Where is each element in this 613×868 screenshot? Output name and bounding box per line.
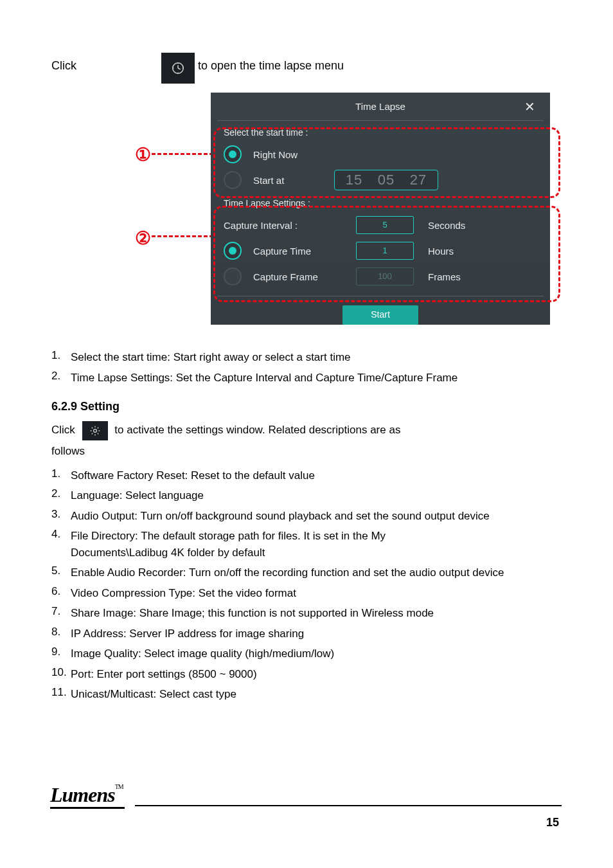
list-text: Select the start time: Start right away … [71,349,562,366]
list-item: 5.Enable Audio Recorder: Turn on/off the… [51,565,562,581]
list-number: 4. [51,528,71,561]
radio-start-at[interactable] [224,171,242,189]
capture-interval-unit: Seconds [428,220,479,231]
list-text: Share Image: Share Image; this function … [71,605,562,622]
clock-icon [171,61,185,75]
intro-follows: follows [51,443,562,460]
time-lapse-dialog: Time Lapse ✕ Select the start time : Rig… [211,93,550,325]
click-word: Click [51,424,75,436]
list-number: 1. [51,349,71,366]
list-text: IP Address: Server IP address for image … [71,626,562,642]
start-time-input[interactable]: 15 05 27 [334,170,438,190]
svg-point-5 [178,73,179,73]
capture-interval-input[interactable]: 5 [356,216,414,234]
clock-icon-button[interactable] [161,53,195,84]
svg-line-2 [178,68,181,69]
time-mm: 05 [372,172,400,188]
page-number: 15 [546,816,559,829]
list-text: Time Lapse Settings: Set the Capture Int… [71,370,562,386]
list-number: 11. [51,686,71,703]
list-item: 11.Unicast/Multicast: Select cast type [51,686,562,703]
dialog-title: Time Lapse [355,101,405,112]
dialog-wrapper: ① ② Time Lapse ✕ Select the start time :… [148,93,550,325]
list-number: 2. [51,370,71,386]
svg-line-13 [97,433,98,435]
list-item: 7.Share Image: Share Image; this functio… [51,605,562,622]
list-number: 7. [51,605,71,622]
list-number: 1. [51,467,71,484]
svg-line-12 [91,428,93,429]
intro-rest: to activate the settings window. Related… [114,424,400,436]
trademark: TM [115,783,123,790]
list-text: Language: Select language [71,487,562,504]
list-text: Audio Output: Turn on/off background sou… [71,508,562,525]
gear-icon-button[interactable] [82,421,108,440]
capture-interval-label: Capture Interval : [224,220,356,231]
list-number: 9. [51,646,71,662]
list-number: 5. [51,565,71,581]
instruction-after: to open the time lapse menu [198,59,344,72]
start-time-section: Select the start time : Right Now Start … [211,121,550,195]
list-item: 9.Image Quality: Select image quality (h… [51,646,562,662]
capture-frame-label: Capture Frame [253,271,356,282]
start-at-label: Start at [253,175,330,186]
list-item: 1.Software Factory Reset: Reset to the d… [51,467,562,484]
list-item: 8.IP Address: Server IP address for imag… [51,626,562,642]
list-item: 10.Port: Enter port settings (8500 ~ 900… [51,666,562,683]
list-number: 6. [51,585,71,602]
radio-right-now[interactable] [224,145,242,163]
list-text: Image Quality: Select image quality (hig… [71,646,562,662]
list-text: Unicast/Multicast: Select cast type [71,686,562,703]
list-text: File Directory: The default storage path… [71,528,562,561]
settings-section: Time Lapse Settings : Capture Interval :… [211,195,550,292]
capture-time-input[interactable]: 1 [356,242,414,260]
list-item: 2. Time Lapse Settings: Set the Capture … [51,370,562,386]
dialog-header: Time Lapse ✕ [217,93,544,121]
callout-two-line [152,235,213,237]
svg-point-7 [93,429,96,433]
svg-point-4 [182,68,183,68]
svg-line-15 [97,428,98,429]
start-time-label: Select the start time : [224,127,537,138]
list-text: Port: Enter port settings (8500 ~ 9000) [71,666,562,683]
list-text: Video Compression Type: Set the video fo… [71,585,562,602]
right-now-label: Right Now [253,149,330,160]
list-item: 1. Select the start time: Start right aw… [51,349,562,366]
gear-icon [89,425,101,437]
svg-point-6 [173,68,173,68]
time-ss: 27 [404,172,432,188]
capture-frame-input[interactable]: 100 [356,267,414,285]
list-number: 3. [51,508,71,525]
list-item: 4.File Directory: The default storage pa… [51,528,562,561]
list-text: Software Factory Reset: Reset to the def… [71,467,562,484]
dialog-divider [217,296,544,296]
list-number: 8. [51,626,71,642]
list-item: 2.Language: Select language [51,487,562,504]
time-hh: 15 [340,172,368,188]
section-heading: 6.2.9 Setting [51,400,562,413]
setting-intro: Click to activate the settings window. R… [51,421,562,440]
capture-time-unit: Hours [428,246,479,257]
callout-one-line [152,153,213,155]
list-number: 10. [51,666,71,683]
list-item: 3.Audio Output: Turn on/off background s… [51,508,562,525]
svg-line-14 [91,433,93,435]
list-number: 2. [51,487,71,504]
settings-label: Time Lapse Settings : [224,198,537,208]
close-icon[interactable]: ✕ [515,93,544,121]
instruction-click: Click [51,59,76,72]
list-item: 6.Video Compression Type: Set the video … [51,585,562,602]
callout-one: ① [135,144,151,165]
radio-capture-frame[interactable] [224,267,242,285]
radio-capture-time[interactable] [224,242,242,260]
svg-point-3 [178,63,179,64]
capture-time-label: Capture Time [253,246,356,257]
start-button[interactable]: Start [342,305,418,325]
brand-logo: LumensTM [50,783,125,809]
callout-two: ② [135,228,151,249]
footer-rule [135,805,562,806]
capture-frame-unit: Frames [428,271,479,282]
list-text: Enable Audio Recorder: Turn on/off the r… [71,565,562,581]
